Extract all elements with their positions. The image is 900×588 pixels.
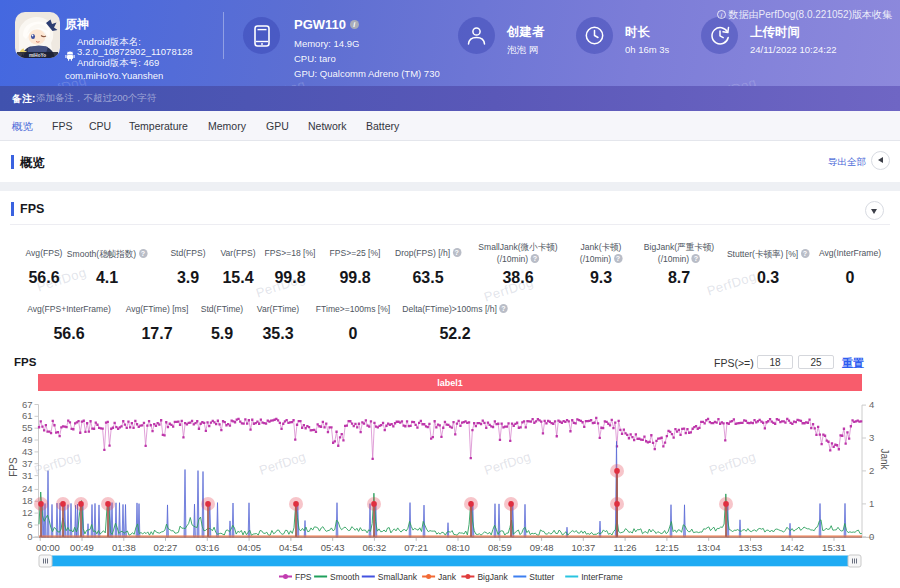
svg-text:18: 18 [22,495,33,506]
svg-text:4: 4 [869,399,874,410]
svg-text:label1: label1 [437,378,463,388]
svg-text:Jank: Jank [438,572,457,582]
svg-text:08:10: 08:10 [446,542,470,553]
svg-text:09:48: 09:48 [530,542,554,553]
svg-text:PerfDog: PerfDog [482,449,532,478]
svg-text:FPS: FPS [295,572,312,582]
svg-text:10:37: 10:37 [571,542,595,553]
svg-text:miHoYo: miHoYo [29,53,46,58]
svg-text:31: 31 [22,470,33,481]
svg-text:FPS: FPS [8,457,19,477]
svg-text:1: 1 [869,498,874,509]
svg-text:Stutter: Stutter [529,572,554,582]
svg-text:12:15: 12:15 [655,542,679,553]
svg-text:00:49: 00:49 [70,542,94,553]
svg-text:12: 12 [22,507,33,518]
svg-text:37: 37 [22,458,33,469]
svg-text:Jank: Jank [879,448,890,470]
svg-text:61: 61 [22,410,33,421]
svg-text:24: 24 [22,483,33,494]
svg-text:55: 55 [22,422,33,433]
svg-text:SmallJank: SmallJank [378,572,418,582]
svg-text:BigJank: BigJank [477,572,508,582]
svg-text:04:54: 04:54 [279,542,303,553]
svg-text:05:43: 05:43 [321,542,345,553]
svg-text:15:31: 15:31 [822,542,846,553]
svg-text:67: 67 [22,399,33,410]
svg-text:11:26: 11:26 [614,542,637,553]
svg-text:01:38: 01:38 [112,542,136,553]
svg-text:2: 2 [869,465,874,476]
svg-text:PerfDog: PerfDog [32,449,82,478]
svg-text:02:27: 02:27 [154,542,178,553]
svg-text:PerfDog: PerfDog [257,449,307,478]
svg-text:14:42: 14:42 [780,542,804,553]
svg-text:InterFrame: InterFrame [581,572,623,582]
svg-text:6: 6 [27,519,32,530]
svg-text:43: 43 [22,446,33,457]
svg-text:06:32: 06:32 [363,542,387,553]
svg-text:08:59: 08:59 [488,542,512,553]
svg-text:3: 3 [869,432,874,443]
svg-text:49: 49 [22,434,33,445]
svg-text:Smooth: Smooth [330,572,360,582]
svg-text:04:05: 04:05 [237,542,261,553]
svg-text:03:16: 03:16 [195,542,219,553]
svg-text:0: 0 [27,531,32,542]
svg-text:PerfDog: PerfDog [707,449,757,478]
svg-text:0: 0 [869,531,874,542]
svg-text:13:53: 13:53 [739,542,763,553]
svg-text:00:00: 00:00 [36,542,60,553]
svg-text:13:04: 13:04 [697,542,721,553]
svg-text:07:21: 07:21 [404,542,428,553]
